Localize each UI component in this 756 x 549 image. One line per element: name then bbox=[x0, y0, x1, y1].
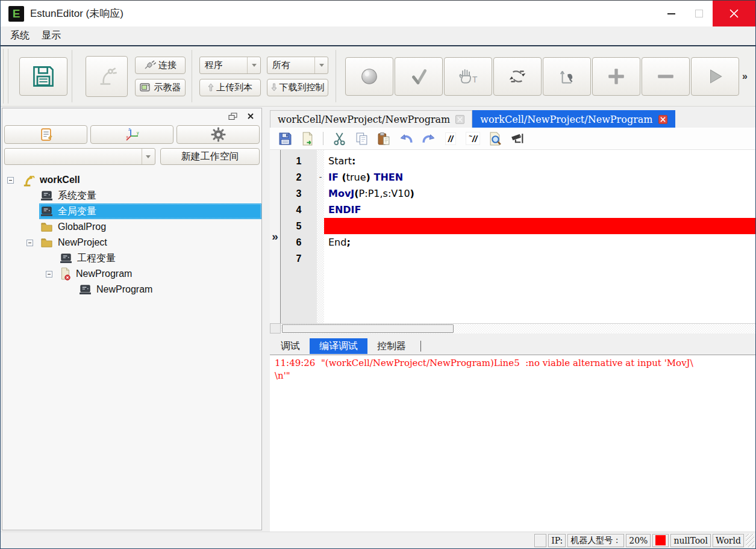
minimize-button[interactable] bbox=[657, 1, 685, 26]
tree-item-workCell[interactable]: workCell bbox=[2, 172, 261, 188]
tree-item-label: 全局变量 bbox=[58, 205, 96, 218]
check-icon bbox=[408, 66, 429, 87]
app-window: E EstunEditor (未响应) 系统 显示 连接 bbox=[0, 0, 756, 549]
coordinate-frames-button[interactable]: zyx bbox=[90, 125, 173, 144]
output-tab-bar: 调试编译调试控制器 bbox=[270, 338, 755, 355]
arrow-down-icon bbox=[271, 83, 277, 92]
tree-expander-icon[interactable] bbox=[7, 177, 14, 184]
copy-button[interactable] bbox=[352, 130, 370, 147]
teach-pendant-button[interactable]: 示教器 bbox=[135, 79, 186, 96]
tree-expander-icon[interactable] bbox=[27, 240, 33, 246]
tab-close-icon[interactable] bbox=[455, 115, 464, 124]
upload-button[interactable]: 上传到本 bbox=[199, 79, 261, 96]
code-line-4[interactable]: 4ENDIF bbox=[281, 202, 755, 218]
robot-view-button[interactable] bbox=[86, 56, 128, 97]
plus-button[interactable] bbox=[592, 57, 640, 96]
tool-frame-button[interactable] bbox=[543, 57, 591, 96]
tree-item-NewProgram[interactable]: NewProgram bbox=[2, 266, 261, 282]
toolbar-handle[interactable] bbox=[3, 49, 8, 104]
scrollbar-thumb[interactable] bbox=[282, 324, 454, 333]
uncomment-button[interactable]: ~// bbox=[464, 130, 482, 147]
minus-button[interactable] bbox=[642, 57, 690, 96]
toolbar-overflow-chevron[interactable]: » bbox=[742, 71, 748, 82]
code-line-1[interactable]: 1Start: bbox=[281, 153, 755, 169]
dock-header bbox=[2, 108, 261, 124]
axes-icon: zyx bbox=[124, 126, 140, 143]
line-number: 6 bbox=[281, 237, 317, 248]
download-button[interactable]: 下载到控制 bbox=[267, 79, 328, 96]
tab-close-icon[interactable] bbox=[658, 115, 667, 124]
save-as-button[interactable] bbox=[298, 130, 316, 147]
expand-panel-button[interactable]: » bbox=[272, 231, 278, 242]
hand-teach-button[interactable]: T bbox=[444, 57, 492, 96]
code-editor[interactable]: 1Start:2-IF (true) THEN3MovJ(P:P1,s:V10)… bbox=[281, 150, 755, 323]
line-number: 3 bbox=[281, 188, 317, 199]
comment-button[interactable]: // bbox=[442, 130, 460, 147]
panel-splitter[interactable] bbox=[262, 107, 270, 532]
fold-marker[interactable]: - bbox=[317, 169, 324, 185]
maximize-button[interactable] bbox=[685, 1, 713, 26]
menu-system[interactable]: 系统 bbox=[4, 27, 36, 45]
tree-item-GlobalProg[interactable]: GlobalProg bbox=[2, 219, 261, 235]
scrollbar-track[interactable] bbox=[281, 323, 755, 333]
tree-item-全局变量[interactable]: 全局变量 bbox=[2, 203, 261, 219]
tree-item-NewProject[interactable]: NewProject bbox=[2, 235, 261, 250]
pendant-label: 示教器 bbox=[154, 82, 181, 93]
monitor-cam-button[interactable] bbox=[508, 130, 526, 147]
cut-button[interactable] bbox=[330, 130, 348, 147]
folder-icon bbox=[40, 237, 53, 248]
paste-button[interactable] bbox=[375, 130, 393, 147]
cycle-mode-button[interactable] bbox=[493, 57, 542, 96]
check-button[interactable] bbox=[395, 57, 443, 96]
program-type-combo[interactable]: 程序 bbox=[199, 57, 261, 74]
play-button[interactable] bbox=[691, 57, 739, 96]
connect-button[interactable]: 连接 bbox=[135, 57, 186, 74]
code-line-7[interactable]: 7 bbox=[281, 250, 755, 267]
code-line-6[interactable]: 6End; bbox=[281, 234, 755, 250]
menu-bar: 系统 显示 bbox=[1, 26, 755, 46]
output-tab-控制器[interactable]: 控制器 bbox=[367, 338, 416, 354]
save-icon bbox=[31, 65, 55, 88]
status-tool-value: nullTool bbox=[670, 534, 711, 547]
editor-tab[interactable]: workCell/NewProject/NewProgram bbox=[270, 110, 472, 128]
save-button[interactable] bbox=[276, 130, 294, 147]
save-all-button[interactable] bbox=[19, 57, 67, 96]
tree-item-label: workCell bbox=[40, 175, 80, 185]
output-tab-separator bbox=[420, 341, 421, 352]
chevron-down-icon bbox=[314, 57, 328, 73]
tool-frame-icon bbox=[557, 66, 577, 87]
tree-item-工程变量[interactable]: 工程变量 bbox=[2, 250, 261, 266]
line-number: 5 bbox=[281, 221, 317, 232]
code-line-3[interactable]: 3MovJ(P:P1,s:V10) bbox=[281, 185, 755, 202]
output-tab-调试[interactable]: 调试 bbox=[271, 338, 310, 354]
menu-display[interactable]: 显示 bbox=[36, 27, 67, 45]
find-button[interactable] bbox=[486, 130, 504, 147]
scope-combo[interactable]: 所有 bbox=[267, 57, 328, 74]
tree-item-NewProgram[interactable]: NewProgram bbox=[2, 282, 261, 297]
settings-button[interactable] bbox=[177, 125, 260, 144]
workspace-panel: zyx 新建工作空间 workCell系统变量全局变量GlobalProgNew… bbox=[2, 108, 262, 530]
output-tab-编译调试[interactable]: 编译调试 bbox=[310, 338, 367, 354]
line-number: 2 bbox=[281, 172, 317, 183]
plus-icon bbox=[607, 67, 626, 86]
monitor-icon bbox=[60, 253, 72, 264]
status-connection-indicator bbox=[652, 534, 669, 547]
record-button[interactable] bbox=[345, 57, 393, 96]
workspace-combo[interactable] bbox=[4, 148, 155, 165]
redo-button[interactable] bbox=[419, 130, 437, 147]
editor-tab-active[interactable]: workCell/NewProject/NewProgram bbox=[472, 110, 675, 128]
code-line-5[interactable]: 5 bbox=[281, 218, 755, 234]
code-line-2[interactable]: 2-IF (true) THEN bbox=[281, 169, 755, 185]
download-label: 下载到控制 bbox=[280, 82, 325, 93]
tree-item-系统变量[interactable]: 系统变量 bbox=[2, 188, 261, 203]
close-button[interactable] bbox=[713, 1, 755, 26]
gear-icon bbox=[211, 127, 226, 142]
close-panel-button[interactable] bbox=[247, 113, 254, 120]
float-icon bbox=[228, 113, 237, 120]
new-workspace-button[interactable]: 新建工作空间 bbox=[160, 148, 260, 165]
float-panel-button[interactable] bbox=[228, 113, 237, 120]
tree-expander-icon[interactable] bbox=[46, 271, 52, 278]
undo-button[interactable] bbox=[397, 130, 415, 147]
variable-list-button[interactable] bbox=[4, 125, 87, 144]
resize-grip[interactable] bbox=[746, 534, 754, 547]
